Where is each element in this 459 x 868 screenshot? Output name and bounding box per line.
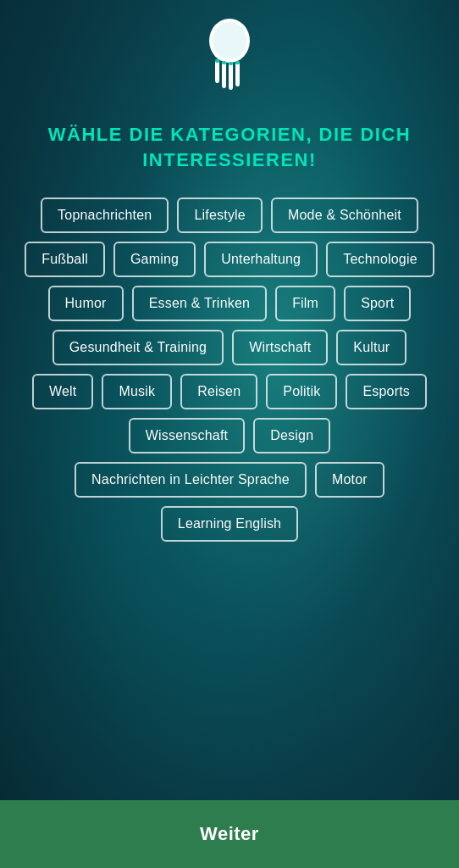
category-btn-esports[interactable]: Esports	[346, 374, 427, 409]
page-title: WÄHLE DIE KATEGORIEN, DIE DICH INTERESSI…	[0, 122, 459, 172]
category-btn-musik[interactable]: Musik	[102, 374, 172, 409]
category-btn-lifestyle[interactable]: Lifestyle	[177, 198, 263, 233]
category-btn-wissenschaft[interactable]: Wissenschaft	[129, 418, 246, 453]
logo-container	[200, 17, 259, 102]
category-btn-gesundheit-training[interactable]: Gesundheit & Training	[53, 330, 224, 365]
category-btn-design[interactable]: Design	[253, 418, 330, 453]
svg-rect-7	[222, 61, 226, 64]
categories-container: TopnachrichtenLifestyleMode & SchönheitF…	[0, 198, 459, 542]
category-btn-sport[interactable]: Sport	[344, 286, 411, 321]
app-logo	[200, 17, 259, 102]
category-btn-politik[interactable]: Politik	[266, 374, 337, 409]
category-btn-nachrichten-leichte-sprache[interactable]: Nachrichten in Leichter Sprache	[75, 462, 307, 498]
category-btn-fussball[interactable]: Fußball	[25, 242, 105, 277]
weiter-button[interactable]: Weiter	[200, 823, 259, 845]
category-btn-motor[interactable]: Motor	[315, 462, 384, 498]
category-btn-wirtschaft[interactable]: Wirtschaft	[232, 330, 328, 365]
svg-rect-4	[229, 62, 233, 90]
category-btn-kultur[interactable]: Kultur	[336, 330, 406, 365]
category-btn-film[interactable]: Film	[275, 286, 335, 321]
svg-point-1	[213, 22, 246, 59]
svg-rect-5	[235, 61, 240, 86]
svg-rect-6	[215, 59, 219, 63]
footer: Weiter	[0, 800, 459, 868]
category-btn-unterhaltung[interactable]: Unterhaltung	[204, 242, 318, 277]
svg-rect-2	[215, 59, 219, 83]
category-btn-topnachrichten[interactable]: Topnachrichten	[41, 198, 169, 233]
svg-rect-9	[235, 61, 240, 64]
svg-rect-8	[229, 62, 233, 65]
category-btn-learning-english[interactable]: Learning English	[161, 506, 298, 542]
category-btn-mode-schoenheit[interactable]: Mode & Schönheit	[271, 198, 418, 233]
svg-rect-3	[222, 61, 226, 88]
category-btn-welt[interactable]: Welt	[32, 374, 94, 409]
category-btn-essen-trinken[interactable]: Essen & Trinken	[132, 286, 268, 321]
category-btn-gaming[interactable]: Gaming	[113, 242, 196, 277]
category-btn-reisen[interactable]: Reisen	[180, 374, 257, 409]
category-btn-humor[interactable]: Humor	[48, 286, 124, 321]
category-btn-technologie[interactable]: Technologie	[326, 242, 434, 277]
